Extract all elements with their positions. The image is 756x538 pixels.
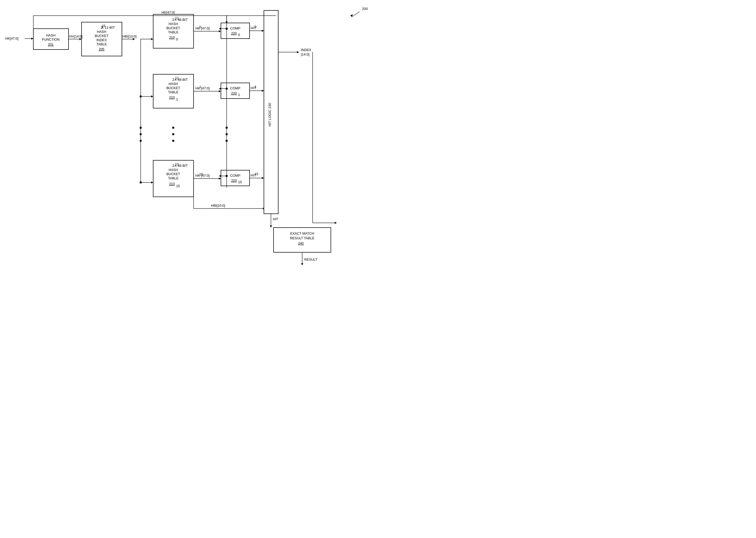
hbi-label: HBI[10:0] — [122, 34, 136, 38]
hbt0-label3: TABLE — [168, 30, 179, 34]
hv-label: HV[14:0] — [69, 34, 82, 38]
svg-marker-60 — [270, 226, 272, 228]
index-bits: [14:0] — [301, 52, 309, 56]
svg-point-21 — [172, 133, 174, 135]
svg-marker-51 — [262, 177, 264, 179]
exact-match-label1: EXACT MATCH — [290, 232, 314, 235]
svg-marker-10 — [151, 38, 153, 40]
hit-logic-label: HIT LOGIC 230 — [268, 103, 272, 127]
hbit-label2: X 11-BIT — [101, 26, 115, 29]
hbt0-bitlabel: X 48-BIT — [174, 18, 188, 22]
hbit-label5: INDEX — [96, 38, 107, 42]
hit1-sub: 1 — [255, 85, 256, 89]
hbt15-label1: HASH — [168, 168, 178, 172]
hk15-label2: [47:0] — [201, 174, 210, 178]
hbit-label4: BUCKET — [95, 34, 109, 38]
svg-marker-49 — [262, 90, 264, 92]
svg-marker-32 — [219, 178, 221, 180]
hbt1-label1: HASH — [168, 82, 178, 86]
comp1-ref: 220 — [231, 91, 237, 95]
svg-marker-13 — [151, 95, 153, 97]
svg-marker-64 — [301, 263, 303, 265]
svg-marker-16 — [151, 182, 153, 184]
svg-point-43 — [226, 127, 228, 129]
svg-marker-28 — [219, 30, 221, 32]
svg-marker-5 — [79, 38, 81, 40]
exact-match-ref: 240 — [298, 242, 304, 245]
svg-point-44 — [226, 133, 228, 135]
svg-marker-47 — [262, 30, 264, 32]
hbit-label6: TABLE — [96, 42, 107, 46]
comp0-label: COMP — [230, 26, 240, 30]
hbi-bottom-label: HBI[10:0] — [211, 204, 225, 207]
ref-200: 200 — [362, 7, 368, 11]
hit15-sub: 15 — [255, 172, 258, 176]
exact-match-label2: RESULT TABLE — [290, 236, 314, 240]
svg-marker-57 — [297, 51, 299, 53]
hbt15-bitlabel: X 48-BIT — [174, 164, 188, 168]
hash-function-label2: FUNCTION — [42, 37, 59, 41]
svg-marker-3 — [31, 37, 33, 40]
hbt0-sub: 0 — [176, 37, 178, 41]
hbt15-ref: 210 — [169, 182, 175, 186]
svg-point-17 — [140, 127, 142, 129]
comp0-sub: 0 — [238, 33, 240, 37]
hbt1-label2: BUCKET — [166, 86, 180, 90]
hbt15-label3: TABLE — [168, 176, 179, 180]
hbt15-label2: BUCKET — [166, 172, 180, 176]
comp1-label: COMP — [230, 86, 240, 90]
hbt1-exp-label: 2 — [172, 78, 174, 81]
svg-marker-30 — [219, 90, 221, 92]
svg-point-45 — [226, 140, 228, 142]
hbt15-sub: 15 — [176, 184, 180, 188]
comp15-ref: 220 — [231, 179, 237, 183]
comp0-box — [221, 23, 250, 38]
hash-function-ref: 201 — [48, 42, 54, 46]
hbt0-ref: 210 — [169, 35, 175, 39]
svg-line-0 — [352, 12, 359, 17]
svg-marker-7 — [133, 38, 135, 40]
hk-input-label: HK[47:0] — [5, 36, 19, 40]
hbt1-label3: TABLE — [168, 90, 179, 94]
hbt1-sub: 1 — [176, 97, 178, 101]
hit0-sub: 0 — [255, 25, 256, 29]
hk-top-label: HK[47:0] — [162, 10, 175, 14]
hbt0-label2: BUCKET — [166, 26, 180, 30]
svg-point-22 — [172, 140, 174, 142]
comp1-sub: 1 — [238, 93, 240, 97]
svg-point-18 — [140, 133, 142, 135]
index-label: INDEX — [301, 48, 311, 52]
comp15-sub: 15 — [238, 180, 242, 184]
comp1-box — [221, 83, 250, 98]
hash-function-label: HASH — [46, 33, 56, 37]
result-label: RESULT — [304, 257, 317, 261]
svg-point-20 — [172, 127, 174, 129]
comp15-box — [221, 170, 250, 186]
hk0-label2: [47:0] — [201, 26, 210, 30]
hbt1-bitlabel: X 48-BIT — [174, 78, 188, 81]
svg-point-19 — [140, 140, 142, 142]
hbt1-ref: 210 — [169, 95, 175, 99]
diagram-container: 200 HK[47:0] HASH FUNCTION 201 HV[14:0] … — [0, 0, 378, 269]
hbit-ref: 205 — [99, 47, 105, 51]
svg-marker-36 — [219, 27, 221, 30]
svg-marker-62 — [335, 222, 337, 224]
hbit-label3: HASH — [97, 30, 106, 34]
hbt15-exp-label: 2 — [172, 164, 174, 168]
svg-marker-39 — [219, 87, 221, 90]
hk1-label2: [47:0] — [201, 86, 210, 90]
hbt0-label1: HASH — [168, 22, 178, 26]
comp15-label: COMP — [230, 174, 240, 178]
hbt0-exp-label: 2 — [172, 18, 174, 22]
hit-label: HIT — [273, 217, 278, 221]
svg-marker-42 — [219, 175, 221, 177]
comp0-ref: 220 — [231, 31, 237, 35]
